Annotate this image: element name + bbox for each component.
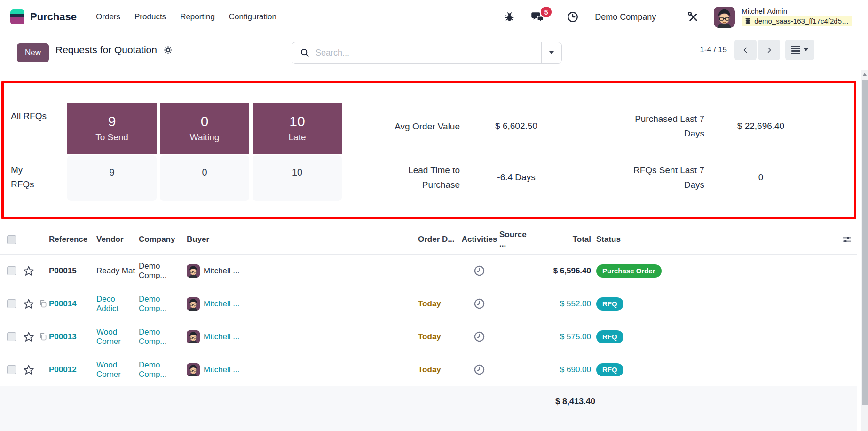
buyer-name: Mitchell ... <box>204 266 240 276</box>
stat-value: 9 <box>109 165 114 179</box>
metric-rfqs-sent-last-7-days: RFQs Sent Last 7 Days 0 <box>624 158 803 197</box>
cell-vendor[interactable]: Wood Corner <box>96 360 139 379</box>
activities-clock-icon[interactable] <box>567 11 579 23</box>
activity-clock-icon[interactable] <box>459 363 499 376</box>
header-vendor[interactable]: Vendor <box>96 235 139 244</box>
cell-company[interactable]: Demo Comp... <box>139 262 187 280</box>
pager-range[interactable]: 1-4 / 15 <box>700 45 727 55</box>
header-company[interactable]: Company <box>139 235 187 244</box>
buyer-name: Mitchell ... <box>204 332 240 342</box>
cell-total[interactable]: $ 575.00 <box>532 332 594 342</box>
favorite-star-icon[interactable] <box>21 364 37 376</box>
activity-clock-icon[interactable] <box>459 297 499 310</box>
tools-icon[interactable] <box>687 11 700 24</box>
table-row[interactable]: P00012 Wood Corner Demo Comp... Mitchell… <box>0 353 857 386</box>
buyer-avatar <box>187 330 200 343</box>
bug-icon[interactable] <box>504 12 515 23</box>
row-checkbox[interactable] <box>7 299 16 308</box>
buyer-avatar <box>187 264 200 278</box>
favorite-star-icon[interactable] <box>21 298 37 310</box>
scrollbar-thumb[interactable] <box>862 80 868 405</box>
company-switcher[interactable]: Demo Company <box>595 12 656 22</box>
row-checkbox[interactable] <box>7 266 16 275</box>
cell-buyer[interactable]: Mitchell ... <box>187 264 418 278</box>
stat-my-to-send[interactable]: 9 <box>67 155 157 201</box>
new-button[interactable]: New <box>17 43 49 62</box>
cell-order-date[interactable]: Today <box>418 365 459 375</box>
metric-value: -6.4 Days <box>474 172 559 183</box>
database-icon <box>744 17 751 24</box>
cell-vendor[interactable]: Ready Mat <box>96 266 139 276</box>
metric-value: $ 22,696.40 <box>718 121 803 131</box>
search-input[interactable] <box>316 48 541 58</box>
cell-reference[interactable]: P00013 <box>49 332 96 342</box>
search-dropdown-toggle[interactable] <box>542 42 561 63</box>
cell-total[interactable]: $ 6,596.40 <box>532 266 594 276</box>
control-bar: New Requests for Quotation <box>0 34 868 66</box>
menu-configuration[interactable]: Configuration <box>222 0 284 34</box>
metric-value: 0 <box>718 172 803 183</box>
vertical-scrollbar[interactable] <box>861 70 868 431</box>
header-reference[interactable]: Reference <box>49 235 96 244</box>
cell-order-date[interactable]: Today <box>418 332 459 342</box>
app-name: Purchase <box>30 11 77 23</box>
copy-icon[interactable] <box>37 299 49 309</box>
header-status[interactable]: Status <box>594 235 668 244</box>
activity-clock-icon[interactable] <box>459 264 499 277</box>
pager-next-button[interactable] <box>758 40 780 60</box>
table-row[interactable]: P00015 Ready Mat Demo Comp... Mitchell .… <box>0 254 857 287</box>
user-menu[interactable]: Mitchell Admin demo_saas-163_ff17c4f2d5… <box>742 8 852 26</box>
stat-my-waiting[interactable]: 0 <box>160 155 249 201</box>
copy-icon[interactable] <box>37 332 49 342</box>
cell-vendor[interactable]: Deco Addict <box>96 295 139 313</box>
view-switcher-button[interactable] <box>785 40 814 60</box>
cell-buyer[interactable]: Mitchell ... <box>187 297 418 311</box>
pager-previous-button[interactable] <box>734 40 757 60</box>
cell-vendor[interactable]: Wood Corner <box>96 327 139 346</box>
select-all-checkbox[interactable] <box>7 235 16 244</box>
cell-company[interactable]: Demo Comp... <box>139 295 187 313</box>
cell-reference[interactable]: P00014 <box>49 299 96 309</box>
cell-reference[interactable]: P00015 <box>49 266 96 276</box>
header-order-date[interactable]: Order D... <box>418 235 459 244</box>
scroll-up-arrow-icon[interactable] <box>863 73 867 76</box>
my-rfqs-label: My RFQs <box>11 162 48 192</box>
favorite-star-icon[interactable] <box>21 331 37 343</box>
cell-total[interactable]: $ 552.00 <box>532 299 594 309</box>
stat-my-late[interactable]: 10 <box>253 155 342 201</box>
cell-reference[interactable]: P00012 <box>49 365 96 375</box>
status-badge: RFQ <box>596 330 623 343</box>
activity-clock-icon[interactable] <box>459 330 499 343</box>
stat-all-to-send[interactable]: 9 To Send <box>67 103 157 154</box>
row-checkbox[interactable] <box>7 365 16 374</box>
favorite-star-icon[interactable] <box>21 265 37 277</box>
header-activities[interactable]: Activities <box>459 235 499 244</box>
gear-icon[interactable] <box>164 46 173 55</box>
stat-all-late[interactable]: 10 Late <box>253 103 342 154</box>
cell-company[interactable]: Demo Comp... <box>139 327 187 346</box>
header-total[interactable]: Total <box>532 235 594 244</box>
menu-products[interactable]: Products <box>127 0 173 34</box>
cell-buyer[interactable]: Mitchell ... <box>187 363 418 376</box>
header-buyer[interactable]: Buyer <box>187 235 418 244</box>
optional-columns-icon[interactable] <box>837 234 857 245</box>
stat-value: 0 <box>202 165 207 179</box>
database-badge[interactable]: demo_saas-163_ff17c4f2d5… <box>742 16 852 26</box>
status-badge: RFQ <box>596 297 623 311</box>
stat-all-waiting[interactable]: 0 Waiting <box>160 103 249 154</box>
menu-orders[interactable]: Orders <box>89 0 127 34</box>
header-source[interactable]: Source ... <box>499 230 532 249</box>
purchase-app-logo[interactable] <box>10 9 24 24</box>
table-row[interactable]: P00013 Wood Corner Demo Comp... Mitchell… <box>0 320 857 353</box>
stat-value: 9 <box>108 114 116 128</box>
messages-icon[interactable]: 5 <box>531 11 545 23</box>
cell-company[interactable]: Demo Comp... <box>139 360 187 379</box>
cell-order-date[interactable]: Today <box>418 299 459 309</box>
row-checkbox[interactable] <box>7 332 16 341</box>
user-avatar[interactable] <box>714 7 735 28</box>
cell-total[interactable]: $ 690.00 <box>532 365 594 375</box>
search-bar <box>292 42 562 64</box>
cell-buyer[interactable]: Mitchell ... <box>187 330 418 343</box>
menu-reporting[interactable]: Reporting <box>173 0 222 34</box>
table-row[interactable]: P00014 Deco Addict Demo Comp... Mitchell… <box>0 287 857 320</box>
